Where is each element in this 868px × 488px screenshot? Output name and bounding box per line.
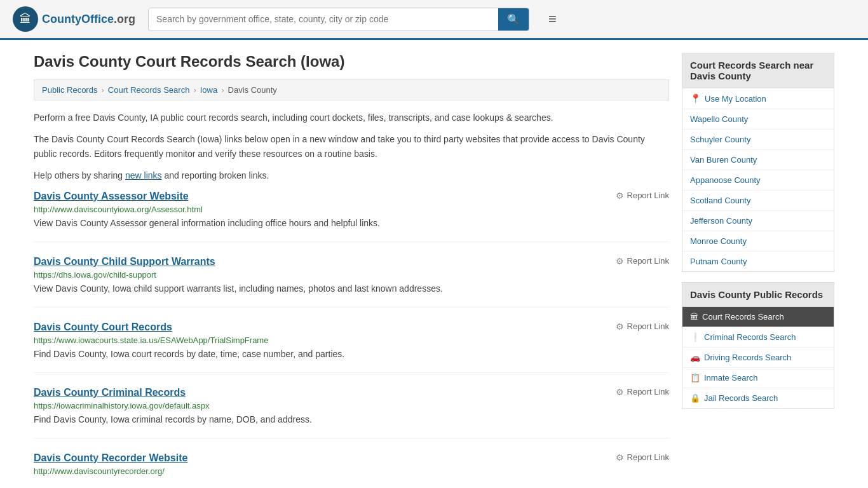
result-item: Davis County Criminal Records ⚙ Report L… [34,387,669,438]
nearby-county-link-6[interactable]: Monroe County [690,236,747,246]
pr-link-4[interactable]: Jail Records Search [704,393,778,403]
nearby-county-2[interactable]: Van Buren County [682,150,834,170]
nearby-county-link-5[interactable]: Jefferson County [690,216,752,226]
use-location-item[interactable]: 📍 Use My Location [682,88,834,109]
nearby-county-link-3[interactable]: Appanoose County [690,175,761,185]
breadcrumb-iowa[interactable]: Iowa [200,85,217,95]
main-container: Davis County Court Records Search (Iowa)… [21,40,847,488]
result-header: Davis County Assessor Website ⚙ Report L… [34,191,669,202]
result-title-4[interactable]: Davis County Recorder Website [34,452,187,464]
pr-link-3[interactable]: Inmate Search [704,373,758,383]
public-records-header: Davis County Public Records [682,283,834,307]
report-link-3[interactable]: ⚙ Report Link [616,387,669,397]
result-desc-1: View Davis County, Iowa child support wa… [34,282,669,295]
result-desc-2: Find Davis County, Iowa court records by… [34,348,669,361]
result-header: Davis County Child Support Warrants ⚙ Re… [34,256,669,268]
result-desc-0: View Davis County Assessor general infor… [34,217,669,230]
result-url-4[interactable]: http://www.daviscountyrecorder.org/ [34,466,669,476]
result-title-0[interactable]: Davis County Assessor Website [34,191,189,202]
nearby-county-link-4[interactable]: Scotland County [690,196,750,205]
site-header: 🏛 CountyOffice.org 🔍 ≡ [0,0,868,40]
result-url-2[interactable]: https://www.iowacourts.state.ia.us/ESAWe… [34,336,669,345]
result-header: Davis County Recorder Website ⚙ Report L… [34,452,669,464]
public-records-item-2[interactable]: 🚗Driving Records Search [682,348,834,368]
nearby-county-7[interactable]: Putnam County [682,252,834,271]
report-icon-2: ⚙ [616,322,624,332]
result-header: Davis County Criminal Records ⚙ Report L… [34,387,669,398]
menu-icon[interactable]: ≡ [548,11,557,27]
results-container: Davis County Assessor Website ⚙ Report L… [34,191,669,488]
breadcrumb: Public Records › Court Records Search › … [34,79,669,100]
result-url-1[interactable]: https://dhs.iowa.gov/child-support [34,270,669,280]
public-records-section: Davis County Public Records 🏛Court Recor… [682,282,834,409]
logo-text: CountyOffice.org [42,13,135,26]
search-button[interactable]: 🔍 [498,8,529,30]
pr-icon-2: 🚗 [690,353,700,362]
public-records-item-3[interactable]: 📋Inmate Search [682,368,834,388]
result-item: Davis County Recorder Website ⚙ Report L… [34,452,669,488]
nearby-county-3[interactable]: Appanoose County [682,170,834,191]
result-header: Davis County Court Records ⚙ Report Link [34,322,669,333]
description-1: Perform a free Davis County, IA public c… [34,111,669,125]
result-item: Davis County Court Records ⚙ Report Link… [34,322,669,373]
nearby-county-5[interactable]: Jefferson County [682,211,834,231]
result-title-3[interactable]: Davis County Criminal Records [34,387,186,398]
nearby-county-0[interactable]: Wapello County [682,109,834,130]
logo-link[interactable]: 🏛 CountyOffice.org [13,6,135,32]
pr-icon-3: 📋 [690,373,700,383]
report-label: Report Link [627,452,669,462]
result-title-2[interactable]: Davis County Court Records [34,322,172,333]
result-desc-3: Find Davis County, Iowa criminal records… [34,413,669,426]
report-link-1[interactable]: ⚙ Report Link [616,256,669,266]
report-label: Report Link [627,322,669,331]
content-area: Davis County Court Records Search (Iowa)… [34,53,669,488]
report-link-2[interactable]: ⚙ Report Link [616,322,669,332]
report-icon-3: ⚙ [616,387,624,397]
result-title-1[interactable]: Davis County Child Support Warrants [34,256,215,268]
report-icon-0: ⚙ [616,191,624,201]
report-link-4[interactable]: ⚙ Report Link [616,452,669,463]
nearby-county-link-7[interactable]: Putnam County [690,257,747,266]
report-label: Report Link [627,387,669,396]
pr-link-1[interactable]: Criminal Records Search [704,332,796,342]
nearby-counties-list: Wapello CountySchuyler CountyVan Buren C… [682,109,834,271]
description-2: The Davis County Court Records Search (I… [34,132,669,161]
new-links-link[interactable]: new links [125,170,162,180]
nearby-county-link-1[interactable]: Schuyler County [690,135,750,144]
nearby-county-6[interactable]: Monroe County [682,231,834,252]
report-label: Report Link [627,191,669,200]
breadcrumb-court-records[interactable]: Court Records Search [108,85,190,95]
description-3: Help others by sharing new links and rep… [34,168,669,182]
pr-icon-0: 🏛 [690,312,698,322]
pr-icon-4: 🔒 [690,393,700,403]
nearby-county-4[interactable]: Scotland County [682,191,834,211]
nearby-section: Court Records Search near Davis County 📍… [682,53,834,272]
use-location-link[interactable]: Use My Location [705,94,766,104]
result-url-0[interactable]: http://www.daviscountyiowa.org/Assessor.… [34,205,669,214]
page-title: Davis County Court Records Search (Iowa) [34,53,669,71]
nearby-county-1[interactable]: Schuyler County [682,130,834,150]
public-records-item-0[interactable]: 🏛Court Records Search [682,307,834,327]
report-label: Report Link [627,256,669,266]
result-url-3[interactable]: https://iowacriminalhistory.iowa.gov/def… [34,401,669,410]
search-input[interactable] [149,9,498,29]
public-records-items: 🏛Court Records Search❕Criminal Records S… [682,307,834,408]
report-link-0[interactable]: ⚙ Report Link [616,191,669,201]
report-icon-1: ⚙ [616,256,624,266]
nearby-county-link-2[interactable]: Van Buren County [690,155,757,165]
nearby-county-link-0[interactable]: Wapello County [690,114,748,124]
breadcrumb-public-records[interactable]: Public Records [42,85,97,95]
public-records-item-1[interactable]: ❕Criminal Records Search [682,327,834,348]
result-item: Davis County Child Support Warrants ⚙ Re… [34,256,669,308]
result-item: Davis County Assessor Website ⚙ Report L… [34,191,669,242]
search-bar: 🔍 [148,8,529,31]
pr-icon-1: ❕ [690,332,700,342]
logo-icon: 🏛 [13,6,38,32]
report-icon-4: ⚙ [616,452,624,463]
sidebar: Court Records Search near Davis County 📍… [682,53,834,488]
nearby-header: Court Records Search near Davis County [682,53,834,88]
pr-label-0: Court Records Search [702,312,784,322]
breadcrumb-current: Davis County [228,85,277,95]
pr-link-2[interactable]: Driving Records Search [704,353,791,362]
public-records-item-4[interactable]: 🔒Jail Records Search [682,388,834,408]
